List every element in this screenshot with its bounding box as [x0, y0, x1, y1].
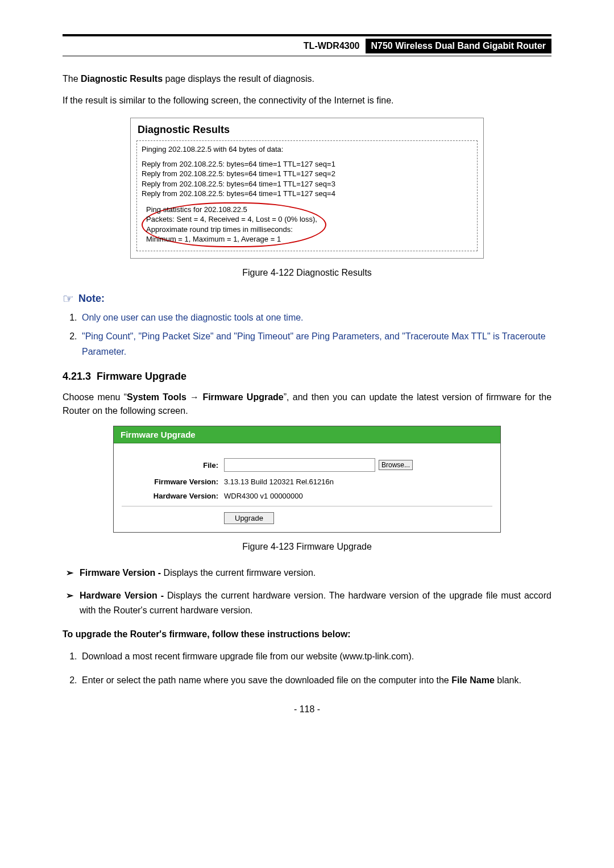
diagnostic-results-output: Pinging 202.108.22.5 with 64 bytes of da… [136, 140, 478, 251]
step-2: Enter or select the path name where you … [80, 673, 551, 688]
note-text: Only one user can use the diagnostic too… [82, 313, 304, 322]
header-bar: TL-WDR4300 N750 Wireless Dual Band Gigab… [63, 39, 551, 53]
menu-path-1: System Tools [127, 392, 186, 402]
figure-caption-123: Figure 4-123 Firmware Upgrade [63, 542, 551, 552]
hardware-version-value: WDR4300 v1 00000000 [224, 492, 303, 500]
section-heading: 4.21.3 Firmware Upgrade [63, 371, 551, 383]
browse-button[interactable]: Browse... [379, 460, 413, 470]
text: page displays the result of diagnosis. [163, 74, 314, 84]
diagnostic-results-title: Diagnostic Results [131, 122, 483, 138]
ping-reply-line: Reply from 202.108.22.5: bytes=64 time=1… [142, 179, 472, 189]
note-item-2: "Ping Count", "Ping Packet Size" and "Pi… [80, 329, 551, 359]
text: The [63, 74, 81, 84]
step-1: Download a most recent firmware upgrade … [80, 649, 551, 664]
ping-stat-line: Approximate round trip times in millisec… [146, 225, 317, 235]
bullet-label: Hardware Version - [80, 591, 164, 600]
bullet-hardware-version: ➢ Hardware Version - Displays the curren… [66, 588, 551, 617]
text-bold: File Name [451, 675, 495, 685]
section-number: 4.21.3 [63, 371, 91, 382]
figure-caption-122: Figure 4-122 Diagnostic Results [63, 268, 551, 278]
file-input[interactable] [224, 458, 375, 472]
pointing-hand-icon: ☞ [63, 292, 74, 306]
bullet-mark-icon: ➢ [66, 588, 80, 617]
ping-reply-line: Reply from 202.108.22.5: bytes=64 time=1… [142, 189, 472, 199]
menu-path-2: Firmware Upgrade [202, 392, 283, 402]
upgrade-button[interactable]: Upgrade [224, 512, 274, 524]
intro-paragraph-2: If the result is similar to the followin… [63, 94, 551, 107]
spacer [142, 155, 472, 159]
ping-header-line: Pinging 202.108.22.5 with 64 bytes of da… [142, 144, 472, 155]
arrow-icon: → [186, 392, 203, 402]
firmware-version-row: Firmware Version: 3.13.13 Build 120321 R… [122, 477, 492, 486]
note-item-1: Only one user can use the diagnostic too… [80, 310, 551, 325]
firmware-version-value: 3.13.13 Build 120321 Rel.61216n [224, 477, 334, 486]
note-heading: ☞ Note: [63, 292, 551, 306]
ping-reply-line: Reply from 202.108.22.5: bytes=64 time=1… [142, 159, 472, 169]
hardware-version-label: Hardware Version: [122, 492, 224, 500]
section-title: Firmware Upgrade [97, 371, 186, 382]
header-top-rule [63, 34, 551, 36]
file-row: File: Browse... [122, 458, 492, 472]
text-bold: Diagnostic Results [81, 74, 163, 84]
bullet-label: Firmware Version - [80, 568, 161, 578]
panel-separator [122, 506, 492, 506]
instructions-heading: To upgrade the Router's firmware, follow… [63, 628, 551, 641]
text: Choose menu “ [63, 392, 127, 402]
ping-stat-line: Minimum = 1, Maximum = 1, Average = 1 [146, 234, 317, 244]
feature-bullets: ➢ Firmware Version - Displays the curren… [63, 566, 551, 617]
ping-stat-line: Ping statistics for 202.108.22.5 [146, 205, 317, 215]
firmware-upgrade-panel: Firmware Upgrade File: Browse... Firmwar… [113, 426, 501, 533]
bullet-mark-icon: ➢ [66, 566, 80, 580]
header-model: TL-WDR4300 [298, 39, 366, 53]
file-label: File: [122, 461, 224, 470]
text: Enter or select the path name where you … [82, 675, 451, 685]
upgrade-steps: Download a most recent firmware upgrade … [63, 649, 551, 687]
firmware-version-label: Firmware Version: [122, 477, 224, 486]
bullet-text: Displays the current firmware version. [161, 568, 316, 578]
choose-menu-paragraph: Choose menu “System Tools → Firmware Upg… [63, 391, 551, 418]
hardware-version-row: Hardware Version: WDR4300 v1 00000000 [122, 492, 492, 500]
firmware-upgrade-header: Firmware Upgrade [114, 426, 500, 443]
note-label: Note: [78, 293, 105, 305]
text: blank. [495, 675, 521, 685]
header-bottom-rule [63, 56, 551, 56]
diagnostic-results-figure: Diagnostic Results Pinging 202.108.22.5 … [130, 118, 484, 259]
note-text: "Ping Count", "Ping Packet Size" and "Pi… [82, 331, 546, 356]
firmware-upgrade-body: File: Browse... Firmware Version: 3.13.1… [114, 443, 500, 532]
note-list: Only one user can use the diagnostic too… [63, 310, 551, 360]
header-product: N750 Wireless Dual Band Gigabit Router [366, 39, 551, 53]
page-number: - 118 - [63, 704, 551, 715]
ping-statistics-highlight: Ping statistics for 202.108.22.5 Packets… [142, 202, 326, 247]
ping-reply-line: Reply from 202.108.22.5: bytes=64 time=1… [142, 169, 472, 179]
intro-paragraph-1: The Diagnostic Results page displays the… [63, 72, 551, 86]
bullet-firmware-version: ➢ Firmware Version - Displays the curren… [66, 566, 551, 580]
ping-stat-line: Packets: Sent = 4, Received = 4, Lost = … [146, 214, 317, 225]
